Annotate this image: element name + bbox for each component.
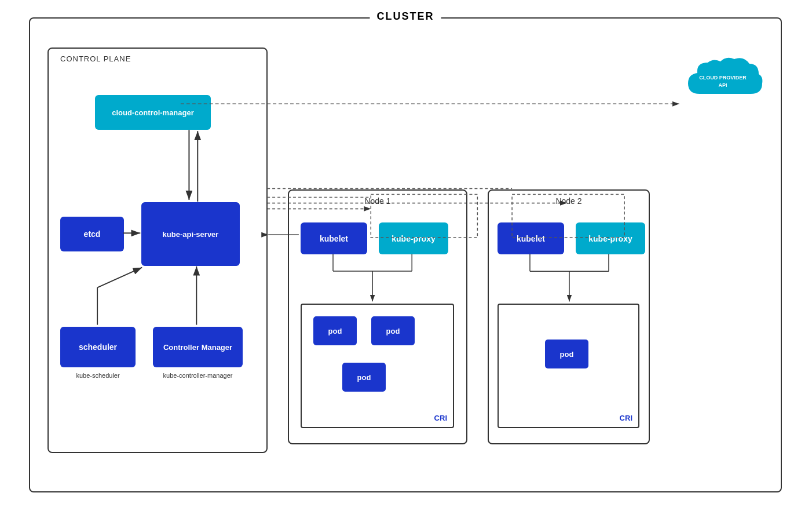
scheduler-label: kube-scheduler xyxy=(57,372,138,379)
node1-title: Node 1 xyxy=(364,196,390,206)
node1-pod1: pod xyxy=(313,316,357,345)
node1-pod2: pod xyxy=(371,316,415,345)
node2-kubelet-box: kubelet xyxy=(498,222,564,254)
control-plane-title: CONTROL PLANE xyxy=(60,54,131,63)
svg-text:CLOUD PROVIDER: CLOUD PROVIDER xyxy=(699,75,747,81)
etcd-box: etcd xyxy=(60,217,124,251)
cloud-provider-container: CLOUD PROVIDER API xyxy=(682,53,763,105)
node2-box: Node 2 kubelet kube-proxy pod CRI xyxy=(488,189,650,444)
controller-manager-box: Controller Manager xyxy=(153,327,243,367)
controller-manager-label: kube-controller-manager xyxy=(147,372,248,379)
svg-line-6 xyxy=(97,268,142,288)
node2-kube-proxy-box: kube-proxy xyxy=(576,222,645,254)
node2-pod1: pod xyxy=(545,340,588,368)
api-server-box: kube-api-server xyxy=(141,202,240,266)
node2-pods-container: pod CRI xyxy=(498,304,639,428)
svg-text:API: API xyxy=(718,82,727,88)
scheduler-box: scheduler xyxy=(60,327,136,367)
node1-cri-label: CRI xyxy=(434,414,447,422)
cloud-control-manager-box: cloud-control-manager xyxy=(95,95,211,130)
node2-cri-label: CRI xyxy=(620,414,632,422)
node1-pod3: pod xyxy=(342,363,386,392)
node1-kube-proxy-box: kube-proxy xyxy=(379,222,448,254)
node1-kubelet-box: kubelet xyxy=(301,222,367,254)
node1-pods-container: pod pod pod CRI xyxy=(301,304,454,428)
cluster-title: CLUSTER xyxy=(370,10,441,23)
node2-title: Node 2 xyxy=(555,196,581,206)
node1-box: Node 1 kubelet kube-proxy pod pod pod CR… xyxy=(288,189,467,444)
control-plane-box: CONTROL PLANE cloud-control-manager etcd… xyxy=(47,48,268,453)
cluster-container: CLUSTER CONTROL PLANE cloud-control-mana… xyxy=(29,17,782,492)
